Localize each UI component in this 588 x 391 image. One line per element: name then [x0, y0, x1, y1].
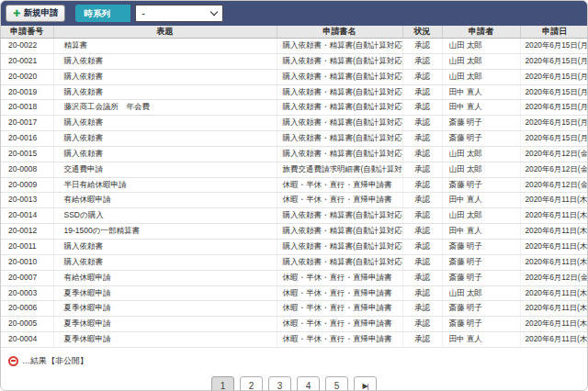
cell-status: 承認	[402, 332, 442, 348]
cell-application-number: 20-0021	[1, 53, 53, 69]
legend: …結果【非公開】	[8, 355, 587, 367]
cell-title: 購入依頼書	[53, 84, 277, 100]
table-row[interactable]: 20-0015購入依頼書購入依頼書・精算書(自動計算対応)承認山田 太郎2020…	[1, 146, 588, 162]
table-row[interactable]: 20-0007有給休暇申請休暇・半休・直行・直帰申請書承認斎藤 明子2020年6…	[1, 270, 588, 285]
cell-status: 承認	[402, 84, 442, 100]
cell-status: 承認	[402, 208, 442, 224]
application-list-window: ✚ 新規申請 時系列 - 申請番号表題申請書名状況申請者申請日 20-0022精…	[0, 0, 588, 391]
cell-status: 承認	[402, 270, 442, 285]
cell-status: 承認	[402, 317, 442, 332]
cell-application-date: 2020年6月15日(月)	[520, 39, 588, 54]
cell-application-number: 20-0019	[1, 84, 53, 100]
cell-form-name: 購入依頼書・精算書(自動計算対応)	[277, 239, 402, 254]
table-row[interactable]: 20-0016購入依頼書購入依頼書・精算書(自動計算対応)承認斎藤 明子2020…	[1, 131, 588, 147]
table-row[interactable]: 20-0019購入依頼書購入依頼書・精算書(自動計算対応)承認田中 直人2020…	[1, 84, 588, 100]
cell-applicant: 田中 直人	[442, 100, 520, 116]
new-application-label: 新規申請	[23, 7, 58, 19]
cell-status: 承認	[402, 285, 442, 301]
cell-title: 購入依頼書	[53, 146, 277, 162]
cell-applicant: 斎藤 明子	[442, 301, 520, 317]
cell-title: 購入依頼書	[53, 69, 277, 84]
table-row[interactable]: 20-0003夏季休暇申請休暇・半休・直行・直帰申請書承認山田 太郎2020年6…	[1, 285, 588, 301]
table-row[interactable]: 20-0004夏季休暇申請休暇・半休・直行・直帰申請書承認田中 直人2020年6…	[1, 332, 588, 348]
cell-application-number: 20-0010	[1, 254, 53, 270]
page-button-2[interactable]: 2	[240, 376, 263, 391]
cell-form-name: 購入依頼書・精算書(自動計算対応)	[277, 39, 402, 54]
cell-application-number: 20-0005	[1, 317, 53, 332]
sort-order-value: -	[141, 8, 144, 18]
page-button-4[interactable]: 4	[297, 376, 320, 391]
cell-form-name: 購入依頼書・精算書(自動計算対応)	[277, 208, 402, 224]
cell-applicant: 田中 直人	[442, 224, 520, 240]
table-body: 20-0022精算書購入依頼書・精算書(自動計算対応)承認山田 太郎2020年6…	[1, 39, 588, 348]
cell-application-date: 2020年6月15日(月)	[520, 131, 588, 147]
cell-applicant: 山田 太郎	[442, 53, 520, 69]
cell-form-name: 購入依頼書・精算書(自動計算対応)	[277, 53, 402, 69]
sort-order-select[interactable]: -	[135, 5, 223, 22]
page-button-5[interactable]: 5	[325, 376, 348, 391]
cell-applicant: 山田 太郎	[442, 146, 520, 162]
table-row[interactable]: 20-0020購入依頼書購入依頼書・精算書(自動計算対応)承認山田 太郎2020…	[1, 69, 588, 84]
table-row[interactable]: 20-0005夏季休暇申請休暇・半休・直行・直帰申請書承認斎藤 明子2020年6…	[1, 317, 588, 332]
cell-title: 購入依頼書	[53, 239, 277, 254]
column-header-application-number: 申請番号	[1, 26, 53, 39]
cell-application-date: 2020年6月15日(月)	[520, 100, 588, 116]
table-row[interactable]: 20-0018藤沢商工会議所 年会費購入依頼書・精算書(自動計算対応)承認田中 …	[1, 100, 588, 116]
cell-application-number: 20-0004	[1, 332, 53, 348]
table-row[interactable]: 20-0021購入依頼書購入依頼書・精算書(自動計算対応)承認山田 太郎2020…	[1, 53, 588, 69]
table-row[interactable]: 20-0013有給休暇申請休暇・半休・直行・直帰申請書承認田中 直人2020年6…	[1, 193, 588, 208]
page-button-3[interactable]: 3	[268, 376, 291, 391]
last-page-button[interactable]: ▶|	[354, 376, 377, 391]
cell-application-number: 20-0006	[1, 301, 53, 317]
cell-form-name: 旅費交通費請求明細書(自動計算対応)	[277, 162, 402, 177]
cell-application-number: 20-0015	[1, 146, 53, 162]
cell-status: 承認	[402, 53, 442, 69]
cell-title: 夏季休暇申請	[53, 285, 277, 301]
cell-application-number: 20-0007	[1, 270, 53, 285]
cell-application-number: 20-0018	[1, 100, 53, 116]
column-header-form-name: 申請書名	[277, 26, 402, 39]
cell-title: 半日有給休暇申請	[53, 177, 277, 193]
sort-filter-group: 時系列 -	[75, 5, 223, 22]
cell-application-date: 2020年6月11日(木)	[520, 254, 588, 270]
cell-title: 精算書	[53, 39, 277, 54]
cell-form-name: 休暇・半休・直行・直帰申請書	[277, 332, 402, 348]
chevron-down-icon	[210, 8, 218, 16]
page-button-1[interactable]: 1	[211, 376, 234, 391]
cell-title: 藤沢商工会議所 年会費	[53, 100, 277, 116]
cell-form-name: 購入依頼書・精算書(自動計算対応)	[277, 131, 402, 147]
cell-title: 購入依頼書	[53, 116, 277, 131]
cell-form-name: 休暇・半休・直行・直帰申請書	[277, 193, 402, 208]
cell-application-date: 2020年6月11日(木)	[520, 301, 588, 317]
cell-applicant: 斎藤 明子	[442, 177, 520, 193]
cell-form-name: 購入依頼書・精算書(自動計算対応)	[277, 254, 402, 270]
cell-application-number: 20-0014	[1, 208, 53, 224]
table-row[interactable]: 20-0008交通費申請旅費交通費請求明細書(自動計算対応)承認山田 太郎202…	[1, 162, 588, 177]
new-application-button[interactable]: ✚ 新規申請	[6, 5, 65, 22]
cell-title: 購入依頼書	[53, 131, 277, 147]
cell-applicant: 斎藤 明子	[442, 254, 520, 270]
table-row[interactable]: 20-0017購入依頼書購入依頼書・精算書(自動計算対応)承認斎藤 明子2020…	[1, 116, 588, 131]
table-row[interactable]: 20-0014SSDの購入購入依頼書・精算書(自動計算対応)承認山田 太郎202…	[1, 208, 588, 224]
cell-application-date: 2020年6月15日(月)	[520, 69, 588, 84]
table-row[interactable]: 20-0009半日有給休暇申請休暇・半休・直行・直帰申請書承認斎藤 明子2020…	[1, 177, 588, 193]
table-row[interactable]: 20-0022精算書購入依頼書・精算書(自動計算対応)承認山田 太郎2020年6…	[1, 39, 588, 54]
table-row[interactable]: 20-001219-1500の一部精算書購入依頼書・精算書(自動計算対応)承認田…	[1, 224, 588, 240]
cell-title: 交通費申請	[53, 162, 277, 177]
cell-applicant: 山田 太郎	[442, 39, 520, 54]
cell-application-date: 2020年6月11日(木)	[520, 317, 588, 332]
cell-application-date: 2020年6月11日(木)	[520, 285, 588, 301]
table-row[interactable]: 20-0006夏季休暇申請休暇・半休・直行・直帰申請書承認斎藤 明子2020年6…	[1, 301, 588, 317]
cell-applicant: 斎藤 明子	[442, 131, 520, 147]
cell-applicant: 山田 太郎	[442, 208, 520, 224]
cell-form-name: 休暇・半休・直行・直帰申請書	[277, 301, 402, 317]
cell-application-date: 2020年6月11日(木)	[520, 332, 588, 348]
table-row[interactable]: 20-0011購入依頼書購入依頼書・精算書(自動計算対応)承認斎藤 明子2020…	[1, 239, 588, 254]
cell-application-date: 2020年6月11日(木)	[520, 208, 588, 224]
cell-title: 購入依頼書	[53, 53, 277, 69]
table-row[interactable]: 20-0010購入依頼書購入依頼書・精算書(自動計算対応)承認斎藤 明子2020…	[1, 254, 588, 270]
cell-status: 承認	[402, 100, 442, 116]
cell-form-name: 休暇・半休・直行・直帰申請書	[277, 270, 402, 285]
cell-form-name: 購入依頼書・精算書(自動計算対応)	[277, 146, 402, 162]
column-header-applicant: 申請者	[442, 26, 520, 39]
